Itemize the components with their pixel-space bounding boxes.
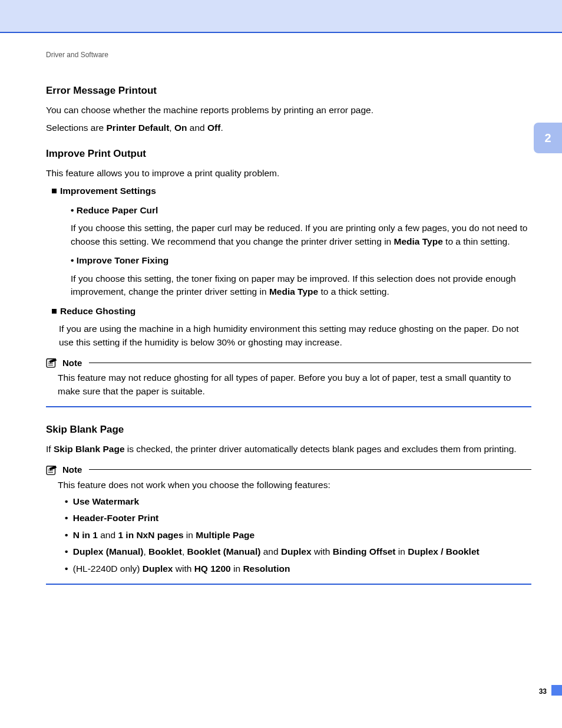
bullet-dot: Reduce Paper Curl [71, 204, 531, 217]
text-bold: Duplex (Manual) [73, 546, 144, 556]
text-bold: Duplex [281, 546, 312, 556]
text-bold: Multiple Page [196, 530, 254, 540]
text-bold: Booklet (Manual) [187, 546, 261, 556]
text-bold: Media Type [394, 236, 443, 246]
section-title-error-message: Error Message Printout [46, 85, 531, 97]
text-bold: Printer Default [107, 123, 170, 133]
text: is checked, the printer driver automatic… [125, 444, 517, 454]
list-item: Header-Footer Print [73, 512, 531, 525]
text-bold: Header-Footer Print [73, 513, 159, 523]
text-bold: Reduce Ghosting [60, 306, 135, 316]
note-rule-top [89, 363, 531, 363]
text: and [98, 530, 118, 540]
text: and [187, 123, 207, 133]
text-bold: Media Type [269, 286, 318, 297]
note-rule-bottom [46, 406, 531, 407]
note-intro: This feature does not work when you choo… [58, 479, 531, 492]
body-text: If Skip Blank Page is checked, the print… [46, 443, 531, 456]
text: with [312, 546, 333, 556]
body-text: If you choose this setting, the paper cu… [71, 222, 531, 248]
text: , [143, 546, 148, 556]
body-text: If you choose this setting, the toner fi… [71, 272, 531, 299]
square-bullet-icon [52, 309, 57, 314]
bullet-dot: Improve Toner Fixing [71, 254, 531, 267]
list-item: (HL-2240D only) Duplex with HQ 1200 in R… [73, 562, 531, 575]
text-bold: Improve Toner Fixing [77, 255, 168, 265]
breadcrumb: Driver and Software [46, 51, 531, 59]
section-title-improve-output: Improve Print Output [46, 148, 531, 160]
text: Selections are [46, 123, 107, 133]
text: If [46, 444, 54, 454]
bullet-square: Improvement Settings [52, 185, 531, 197]
text-bold: Resolution [243, 564, 290, 574]
list-item: Duplex (Manual), Booklet, Booklet (Manua… [73, 545, 531, 558]
body-text: You can choose whether the machine repor… [46, 104, 531, 117]
note-block: Note This feature does not work when you… [46, 465, 531, 585]
text-bold: Binding Offset [333, 546, 396, 556]
text-bold: Booklet [148, 546, 182, 556]
text: , [182, 546, 187, 556]
text: in [184, 530, 196, 540]
text-bold: On [174, 123, 187, 133]
text-bold: Duplex / Booklet [408, 546, 479, 556]
note-body: This feature does not work when you choo… [46, 475, 531, 582]
body-text: Selections are Printer Default, On and O… [46, 121, 531, 134]
note-icon [46, 357, 59, 368]
bullet-square: Reduce Ghosting [52, 305, 531, 318]
body-text: If you are using the machine in a high h… [59, 322, 531, 349]
text-bold: Use Watermark [73, 496, 139, 506]
note-rule-top [89, 469, 531, 470]
text: in [396, 546, 408, 556]
note-icon [46, 465, 59, 475]
section-title-skip-blank: Skip Blank Page [46, 424, 531, 436]
text: to a thin setting. [443, 236, 510, 246]
text: with [173, 564, 194, 574]
note-list: Use Watermark Header-Footer Print N in 1… [58, 495, 531, 575]
text-bold: HQ 1200 [194, 564, 231, 574]
text-bold: Improvement Settings [60, 186, 156, 196]
text-bold: N in 1 [73, 530, 98, 540]
page-number-strip [551, 685, 562, 696]
text-bold: Reduce Paper Curl [77, 205, 158, 215]
list-item: Use Watermark [73, 495, 531, 508]
chapter-tab: 2 [534, 123, 562, 153]
page-number: 33 [539, 687, 547, 696]
note-header: Note [46, 357, 531, 368]
note-header: Note [46, 465, 531, 475]
text: (HL-2240D only) [73, 564, 143, 574]
text-bold: Duplex [143, 564, 173, 574]
text-bold: Skip Blank Page [54, 444, 125, 454]
body-text: This feature allows you to improve a pri… [46, 167, 531, 180]
note-label: Note [62, 358, 82, 368]
note-label: Note [62, 465, 82, 475]
text: , [169, 123, 174, 133]
text: . [220, 123, 223, 133]
text: to a thick setting. [318, 286, 389, 297]
note-rule-bottom [46, 584, 531, 585]
text: and [260, 546, 280, 556]
note-block: Note This feature may not reduce ghostin… [46, 357, 531, 407]
header-rule [0, 32, 562, 33]
square-bullet-icon [52, 189, 57, 193]
text-bold: 1 in NxN pages [118, 530, 183, 540]
note-body: This feature may not reduce ghosting for… [46, 368, 531, 404]
list-item: N in 1 and 1 in NxN pages in Multiple Pa… [73, 529, 531, 542]
text: in [231, 564, 243, 574]
header-band [0, 0, 562, 32]
text-bold: Off [207, 123, 220, 133]
page-content: Driver and Software Error Message Printo… [46, 51, 531, 585]
